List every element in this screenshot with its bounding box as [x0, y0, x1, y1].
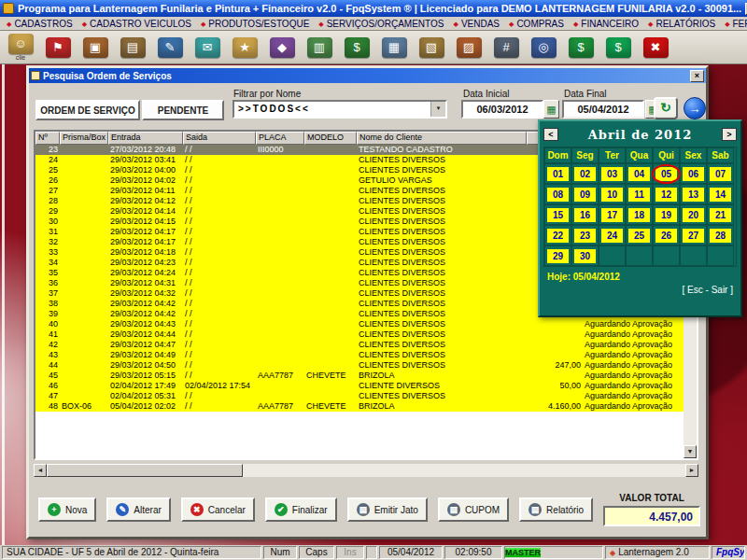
toolbar-orcamentos-icon[interactable]: ✎ — [154, 33, 186, 63]
chevron-down-icon[interactable]: ▼ — [430, 102, 445, 117]
toolbar-produtos-icon[interactable]: ▣ — [79, 33, 111, 63]
calendar-day-17[interactable]: 17 — [601, 208, 623, 222]
data-inicial-calendar-icon[interactable]: ▦ — [543, 100, 559, 119]
calendar-day-10[interactable]: 10 — [601, 188, 623, 202]
os-row[interactable]: 4429/03/2012 04:50/ /CLIENTES DIVERSOS24… — [35, 360, 684, 371]
os-row[interactable]: 4329/03/2012 04:49/ /CLIENTES DIVERSOSAg… — [35, 350, 684, 360]
menu-item-compras[interactable]: ◆COMPRAS — [504, 17, 569, 30]
menu-item-servi-os-or-amentos[interactable]: ◆SERVIÇOS/ORÇAMENTOS — [314, 17, 448, 30]
dialog-close-button[interactable]: × — [690, 70, 704, 82]
calendar-day-29[interactable]: 29 — [547, 249, 569, 263]
toolbar-vendas-icon[interactable]: ★ — [229, 33, 261, 63]
calendar-day-09[interactable]: 09 — [574, 188, 596, 202]
toolbar-backup-icon[interactable]: ◎ — [528, 33, 559, 63]
toolbar-compras-icon[interactable]: ◆ — [266, 33, 298, 63]
toolbar-cambio-icon[interactable]: $ — [602, 33, 634, 63]
cell-box — [60, 340, 108, 350]
pendente-button[interactable]: PENDENTE — [142, 100, 224, 120]
toolbar-ordem-servico-icon[interactable]: ✉ — [191, 33, 223, 63]
calendar-day-14[interactable]: 14 — [710, 188, 731, 202]
calendar-day-13[interactable]: 13 — [683, 188, 704, 202]
calendar-day-12[interactable]: 12 — [655, 188, 677, 202]
cell-placa — [256, 165, 304, 175]
action-label: Alterar — [134, 505, 161, 515]
toolbar-estoque-icon[interactable]: ▤ — [117, 33, 148, 63]
calendar-day-01[interactable]: 01 — [547, 167, 569, 181]
action-finalizar-button[interactable]: ✔Finalizar — [265, 497, 337, 522]
toolbar-agenda-icon[interactable]: ▨ — [453, 33, 485, 63]
calendar-day-04[interactable]: 04 — [628, 167, 650, 181]
calendar-day-06[interactable]: 06 — [683, 167, 704, 181]
menu-item-cadastro-veiculos[interactable]: ◆CADASTRO VEICULOS — [78, 17, 196, 30]
os-row[interactable]: 4702/04/2012 05:31/ /CLIENTES DIVERSOSAg… — [35, 391, 684, 401]
os-row[interactable]: 4229/03/2012 04:47/ /CLIENTES DIVERSOSAg… — [35, 340, 684, 350]
calendar-day-25[interactable]: 25 — [628, 229, 650, 243]
toolbar-calculadora-icon[interactable]: # — [490, 33, 522, 63]
calendar-cell: 28 — [707, 225, 734, 245]
scroll-right-icon[interactable]: ► — [685, 464, 698, 477]
calendar-day-24[interactable]: 24 — [601, 229, 623, 243]
horizontal-scrollbar[interactable]: ◄ ► — [34, 464, 698, 477]
action-cancelar-button[interactable]: ✖Cancelar — [181, 497, 255, 522]
scroll-left-icon[interactable]: ◄ — [34, 464, 47, 477]
toolbar-impressora-icon[interactable]: ▦ — [378, 33, 410, 63]
menu-item-financeiro[interactable]: ◆FINANCEIRO — [569, 17, 643, 30]
menu-item-relat-rios[interactable]: ◆RELATÓRIOS — [643, 17, 720, 30]
action-relat-rio-button[interactable]: ▤Relatório — [519, 497, 593, 522]
toolbar-relatorios-icon[interactable]: ▧ — [416, 33, 447, 63]
cell-n: 25 — [35, 165, 60, 175]
calendar-day-19[interactable]: 19 — [655, 208, 677, 222]
scroll-down-icon[interactable]: ▼ — [684, 445, 697, 458]
calendar-day-02[interactable]: 02 — [574, 167, 596, 181]
toolbar-sair-icon[interactable]: ✖ — [640, 33, 671, 63]
cell-entrada: 29/03/2012 04:23 — [108, 258, 183, 268]
os-row[interactable]: 4129/03/2012 04:44/ /CLIENTES DIVERSOSAg… — [35, 329, 684, 340]
action-alterar-button[interactable]: ✎Alterar — [106, 497, 170, 522]
ordem-de-servico-button[interactable]: ORDEM DE SERVIÇO — [35, 100, 140, 120]
os-row[interactable]: 48BOX-0605/04/2012 02:02/ /AAA7787CHEVET… — [35, 401, 684, 412]
refresh-icon[interactable]: ↻ — [654, 97, 678, 119]
hscroll-thumb[interactable] — [47, 464, 243, 477]
data-inicial-field[interactable]: 06/03/2012 — [461, 100, 543, 119]
calendar-day-07[interactable]: 07 — [710, 167, 731, 181]
action-cupom-button[interactable]: ▤CUPOM — [438, 497, 509, 522]
calendar-day-30[interactable]: 30 — [574, 249, 596, 263]
menu-item-vendas[interactable]: ◆VENDAS — [448, 17, 504, 30]
calendar-next-icon[interactable]: > — [722, 128, 737, 141]
os-row[interactable]: 4029/03/2012 04:43/ /CLIENTES DIVERSOSAg… — [35, 319, 684, 329]
calendar-prev-icon[interactable]: < — [543, 128, 558, 141]
toolbar-financeiro-icon[interactable]: $ — [341, 33, 373, 63]
calendar-day-20[interactable]: 20 — [683, 208, 704, 222]
toolbar-veiculos-icon[interactable]: ⚑ — [42, 33, 74, 63]
cell-entrada: 29/03/2012 04:14 — [108, 206, 183, 217]
toolbar-clientes-icon[interactable]: ☺clie — [5, 33, 36, 63]
cell-cliente: CLIENTES DIVERSOS — [357, 309, 527, 319]
go-arrow-icon[interactable]: → — [684, 97, 706, 119]
calendar-day-18[interactable]: 18 — [628, 208, 650, 222]
calendar-day-27[interactable]: 27 — [683, 229, 704, 243]
hscroll-track[interactable] — [243, 464, 685, 477]
calendar-day-05[interactable]: 05 — [655, 167, 677, 181]
toolbar-dinheiro-icon[interactable]: $ — [565, 33, 597, 63]
menu-item-produtos-estoque[interactable]: ◆PRODUTOS/ESTOQUE — [196, 17, 314, 30]
calendar-day-28[interactable]: 28 — [710, 229, 731, 243]
calendar-day-15[interactable]: 15 — [547, 208, 569, 222]
calendar-day-08[interactable]: 08 — [547, 188, 569, 202]
calendar-day-22[interactable]: 22 — [547, 229, 569, 243]
calendar-day-16[interactable]: 16 — [574, 208, 596, 222]
calendar-day-21[interactable]: 21 — [710, 208, 731, 222]
calendar-day-11[interactable]: 11 — [628, 188, 650, 202]
menu-item-ferramentas[interactable]: ◆FERRAMENTAS — [720, 17, 747, 30]
calendar-day-23[interactable]: 23 — [574, 229, 596, 243]
calendar-day-26[interactable]: 26 — [655, 229, 677, 243]
toolbar-caixa-icon[interactable]: ▥ — [303, 33, 335, 63]
data-final-field[interactable]: 05/04/2012 — [562, 100, 644, 119]
menu-item-cadastros[interactable]: ◆CADASTROS — [2, 17, 78, 30]
action-nova-button[interactable]: +Nova — [38, 497, 96, 522]
status-caps: Caps — [299, 546, 334, 559]
filtro-nome-combobox[interactable]: >>TODOS<< ▼ — [233, 100, 447, 119]
os-row[interactable]: 4602/04/2012 17:4902/04/2012 17:54CLIENT… — [35, 381, 684, 391]
os-row[interactable]: 4529/03/2012 05:15/ /AAA7787CHEVETEBRIZO… — [35, 371, 684, 381]
action-emitir-jato-button[interactable]: ▤Emitir Jato — [347, 497, 428, 522]
calendar-day-03[interactable]: 03 — [601, 167, 623, 181]
